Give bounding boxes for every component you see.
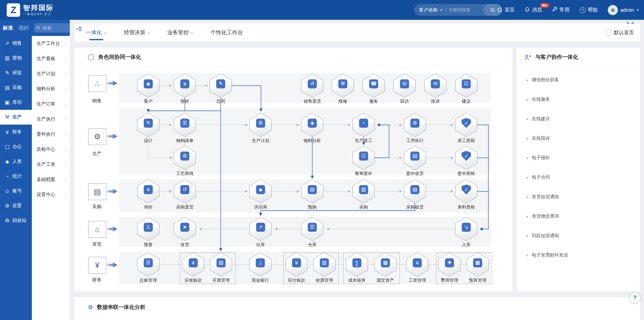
- node-incoming-qc[interactable]: ✓: [455, 179, 477, 203]
- submenu-item-production-payroll[interactable]: 生产工资›: [32, 157, 70, 172]
- sidebar-item-sales[interactable]: ↗销售: [0, 36, 32, 51]
- sidebar-item-inventory[interactable]: ▣库存: [0, 95, 32, 110]
- chevron-down-icon: ∨: [191, 31, 193, 35]
- node-payroll[interactable]: ¥: [406, 253, 428, 277]
- node-label-contract: 合同: [216, 98, 225, 104]
- node-design[interactable]: ✎: [137, 113, 159, 137]
- submenu-item-material-analysis[interactable]: 物料分析›: [32, 81, 70, 96]
- help-bubble-button[interactable]: ?: [630, 293, 640, 303]
- node-purchase-return[interactable]: ↺: [174, 179, 196, 203]
- submenu-item-basic-archives[interactable]: 基础档案›: [32, 172, 70, 187]
- node-process-execution[interactable]: ⚙: [404, 113, 426, 137]
- topbar-help[interactable]: ?帮助: [580, 7, 598, 13]
- default-home-toggle[interactable]: 默认首页: [606, 24, 634, 42]
- node-production-dispatch[interactable]: ◔: [353, 113, 375, 137]
- node-whole-outsourcing[interactable]: ☑: [353, 146, 375, 170]
- node-suggestion[interactable]: ☑: [455, 74, 477, 98]
- node-customer[interactable]: ☻: [137, 74, 159, 98]
- search-category-select[interactable]: 客户名称: [414, 7, 440, 13]
- node-purchase[interactable]: ▥: [353, 179, 375, 203]
- customer-item-e-quotation[interactable]: ▸电子报价: [527, 155, 550, 161]
- customer-item-online-service[interactable]: ▸在线服务: [527, 96, 550, 102]
- submenu-item-production-plan[interactable]: 生产计划›: [32, 66, 70, 81]
- node-invoice-receipt[interactable]: ▥: [313, 253, 335, 277]
- sidebar-item-production[interactable]: ⚒生产: [0, 110, 32, 125]
- node-follow-up[interactable]: ☏: [393, 74, 416, 98]
- sidebar-item-hr[interactable]: ☻人资: [0, 154, 32, 169]
- node-outsourcing-qc[interactable]: ✓: [455, 146, 477, 170]
- customer-item-payment-sms[interactable]: ▸到款短信通知: [527, 233, 559, 239]
- node-cost-accounting[interactable]: ∑: [346, 253, 368, 277]
- customer-item-shipping-logistics[interactable]: ▸发货物流查询: [527, 213, 559, 219]
- submenu-item-production-board[interactable]: 生产看板›: [32, 51, 70, 66]
- node-purchase-receipt[interactable]: ▤: [404, 179, 426, 203]
- customer-item-e-invoice-email[interactable]: ▸电子发票邮件发送: [527, 252, 568, 258]
- tab-integration[interactable]: 一体化∨: [86, 24, 106, 42]
- submenu-item-production-workbench[interactable]: 生产工作台›: [32, 36, 70, 51]
- sidebar-search-input[interactable]: [42, 25, 65, 31]
- search-category-caret-icon[interactable]: ▼: [440, 8, 443, 12]
- node-bom[interactable]: ☰: [174, 113, 196, 137]
- tab-personal-workbench[interactable]: 个性化工作台: [211, 24, 243, 42]
- sidebar-item-rnd[interactable]: ✎研发: [0, 65, 32, 80]
- sidebar-item-statistics[interactable]: ◔统计: [0, 169, 32, 184]
- customer-item-online-complaint[interactable]: ▸在线投诉: [527, 135, 550, 141]
- node-payables[interactable]: ¥: [285, 253, 308, 277]
- sidebar-item-finance[interactable]: ¥财务: [0, 125, 32, 139]
- node-quotation[interactable]: ¥: [174, 74, 196, 98]
- node-general-ledger[interactable]: ☰: [137, 253, 159, 277]
- sidebar-tab-我的[interactable]: 我的: [16, 25, 32, 31]
- customer-item-wechat-fans[interactable]: ▸微信粉丝获客: [527, 77, 559, 83]
- node-warehouse[interactable]: ☰: [301, 217, 323, 241]
- search-input[interactable]: [446, 7, 483, 12]
- submenu-item-production-order[interactable]: 生产订单›: [32, 96, 70, 111]
- sidebar-item-recycle-bin[interactable]: ♻回收站: [0, 213, 32, 228]
- node-supplier[interactable]: ☻: [250, 179, 272, 203]
- user-menu[interactable]: ☻admin▼: [608, 5, 639, 15]
- node-contract[interactable]: ✎: [210, 74, 232, 98]
- sidebar-item-account[interactable]: ☺账号: [0, 184, 32, 198]
- submenu-item-settings-center[interactable]: 设置中心›: [32, 187, 70, 202]
- submenu-item-outsourcing-execution[interactable]: 委外执行›: [32, 127, 70, 142]
- customer-item-shipping-sms[interactable]: ▸发货短信通知: [527, 194, 559, 200]
- customer-item-online-suggestion[interactable]: ▸在线建议: [527, 116, 550, 122]
- node-cash-bank[interactable]: ⌂: [249, 253, 271, 277]
- brand-logo[interactable]: Z 智邦国际 一体化ERP·天工: [7, 3, 54, 17]
- sidebar-tab-标准[interactable]: 标准: [0, 25, 16, 31]
- topbar-messages[interactable]: 消息99+: [525, 7, 542, 13]
- node-outbound[interactable]: ↗: [250, 217, 272, 241]
- sidebar-item-purchasing[interactable]: ▤采购: [0, 80, 32, 95]
- node-process-route[interactable]: ⚙: [174, 146, 196, 170]
- node-fixed-assets[interactable]: ▦: [374, 253, 396, 277]
- customer-item-e-contract[interactable]: ▸电子合同: [527, 174, 550, 180]
- submenu-item-qc-center[interactable]: 质检中心›: [32, 142, 70, 157]
- node-inbound[interactable]: ↘: [455, 217, 477, 241]
- node-repair[interactable]: ⚒: [332, 74, 354, 98]
- collapse-sidebar-icon[interactable]: [76, 26, 83, 32]
- node-dispatch-qc[interactable]: ✓: [455, 113, 477, 137]
- tab-business-control[interactable]: 业务管控∨: [167, 24, 193, 42]
- node-outsourcing-receipt[interactable]: ▤: [404, 146, 426, 170]
- node-shipment[interactable]: ➤: [174, 217, 196, 241]
- topbar-frequent[interactable]: 常用: [552, 7, 570, 13]
- sidebar-item-marketing[interactable]: ▥营销: [0, 51, 32, 65]
- default-home-checkbox[interactable]: [606, 30, 612, 36]
- sidebar-item-office[interactable]: ▢办公: [0, 139, 32, 154]
- node-material-analysis[interactable]: ◈: [301, 113, 323, 137]
- node-expense[interactable]: ✚: [438, 253, 461, 277]
- node-budget[interactable]: ▩: [467, 253, 489, 277]
- node-invoicing[interactable]: ▤: [210, 253, 232, 277]
- node-pre-purchase[interactable]: ▤: [301, 179, 323, 203]
- submenu-item-production-execution[interactable]: 生产执行›: [32, 111, 70, 127]
- node-service[interactable]: ☎: [363, 74, 385, 98]
- role-label-warehouse: 库管: [88, 241, 106, 247]
- tab-business-decision[interactable]: 经营决策∨: [124, 24, 150, 42]
- node-production-plan[interactable]: ⚙: [250, 113, 272, 137]
- node-receivables[interactable]: ¥: [182, 253, 204, 277]
- topbar-home[interactable]: 首页: [497, 7, 515, 13]
- node-inquiry[interactable]: ¥: [137, 179, 159, 203]
- node-alert[interactable]: ⚠: [137, 217, 159, 241]
- node-sales-return[interactable]: ↺: [301, 74, 323, 98]
- sidebar-item-settings[interactable]: ⚙设置: [0, 198, 32, 213]
- node-complaint[interactable]: ✉: [424, 74, 446, 98]
